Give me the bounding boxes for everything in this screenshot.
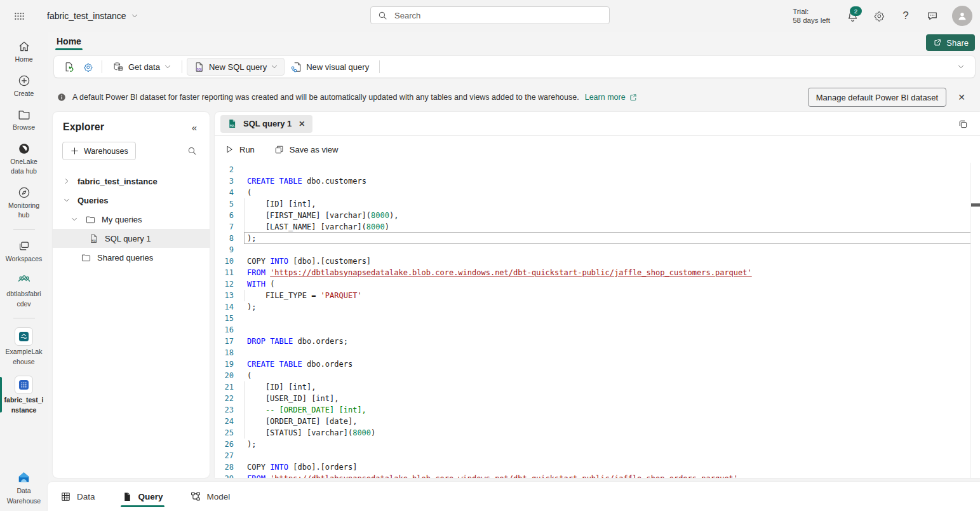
data-view-icon	[60, 491, 71, 502]
rail-item-label: Create	[14, 90, 34, 98]
line-number: 11	[215, 267, 234, 278]
tab-sql-query-1[interactable]: SQL SQL query 1 ✕	[220, 115, 312, 133]
rail-item-browse[interactable]: Browse	[0, 107, 48, 132]
new-visual-query-button[interactable]: New visual query	[285, 58, 375, 75]
code-text: [LAST_NAME] [varchar](8000)	[234, 221, 389, 233]
toolbar-divider	[379, 60, 380, 73]
rail-item-examplelakehouse[interactable]: ExampleLakehouse	[0, 327, 48, 365]
avatar[interactable]	[952, 6, 972, 26]
rail-item-workspaces[interactable]: Workspaces	[0, 239, 48, 263]
rail-item-data-warehouse[interactable]: DataWarehouse	[0, 469, 48, 505]
code-line-19: 19CREATE TABLE dbo.orders	[215, 358, 980, 370]
chevron-down-icon[interactable]	[63, 196, 70, 204]
toolbar-overflow-chevron[interactable]	[952, 58, 970, 75]
line-number: 4	[215, 187, 234, 198]
tree-item-shared-queries[interactable]: Shared queries	[53, 248, 210, 267]
person-icon	[956, 10, 969, 22]
code-line-6: 6 [FIRST_NAME] [varchar](8000),	[215, 210, 980, 221]
banner-close-button[interactable]: ✕	[952, 88, 971, 107]
tree-item-queries[interactable]: Queries	[53, 191, 210, 210]
explorer-title: Explorer	[63, 121, 188, 133]
sql-document-icon: SQL	[193, 61, 205, 73]
code-line-27: 27	[215, 450, 980, 461]
view-tab-query[interactable]: Query	[122, 482, 163, 511]
line-number: 24	[215, 416, 234, 427]
folder-icon	[85, 214, 96, 225]
workspace-switcher[interactable]: fabric_test_instance	[47, 11, 138, 21]
save-as-view-button[interactable]: Save as view	[274, 144, 339, 155]
code-text: COPY INTO [dbo].[customers]	[234, 256, 371, 267]
settings-button[interactable]	[868, 5, 890, 27]
close-tab-icon[interactable]: ✕	[297, 118, 306, 130]
code-text	[234, 347, 247, 358]
code-text	[234, 313, 247, 324]
code-text: FROM 'https://dbtlabsynapsedatalake.blob…	[234, 267, 752, 278]
workspaces-icon	[17, 239, 31, 253]
chevron-right-icon[interactable]	[63, 177, 70, 185]
manage-dataset-button[interactable]: Manage default Power BI dataset	[808, 88, 946, 107]
line-number: 12	[215, 278, 234, 290]
tree-item-fabric-test-instance[interactable]: fabric_test_instance	[53, 172, 210, 191]
explorer-search-button[interactable]	[183, 142, 201, 160]
code-line-5: 5 [ID] [int],	[215, 198, 980, 210]
view-tab-data[interactable]: Data	[60, 482, 95, 511]
code-line-4: 4(	[215, 187, 980, 198]
close-icon: ✕	[958, 92, 965, 102]
explorer-panel: Explorer « Warehouses fabric_test_instan…	[53, 112, 210, 478]
rail-item-monitoring-hub[interactable]: Monitoringhub	[0, 186, 48, 219]
rail-item-create[interactable]: Create	[0, 74, 48, 98]
chevron-down-icon[interactable]	[70, 215, 78, 223]
get-data-button[interactable]: Get data	[107, 58, 177, 75]
plus-icon	[70, 146, 79, 156]
line-number: 28	[215, 461, 234, 473]
refresh-doc-icon	[63, 61, 75, 73]
rail-item-label: Home	[15, 55, 32, 64]
code-line-13: 13 FILE_TYPE = 'PARQUET'	[215, 290, 980, 301]
new-sql-query-button[interactable]: SQL New SQL query	[187, 58, 285, 76]
code-text: );	[234, 439, 256, 450]
copy-button[interactable]	[955, 117, 971, 131]
tree-item-my-queries[interactable]: My queries	[53, 210, 210, 229]
feedback-button[interactable]	[922, 5, 943, 27]
notifications-button[interactable]: 2	[842, 5, 863, 27]
tab-home[interactable]: Home	[53, 32, 85, 52]
tree-item-label: SQL query 1	[105, 234, 151, 243]
rail-item-dbtlabsfabricdev[interactable]: dbtlabsfabricdev	[0, 273, 48, 308]
view-tab-label: Query	[138, 492, 163, 501]
learn-more-link[interactable]: Learn more	[585, 93, 638, 102]
explorer-tree: fabric_test_instanceQueriesMy queriesSQL…	[53, 172, 210, 267]
rail-item-onelake-data-hub[interactable]: OneLakedata hub	[0, 142, 48, 175]
code-line-12: 12WITH (	[215, 278, 980, 290]
ribbon-row: Home Share	[48, 32, 980, 53]
code-text: FILE_TYPE = 'PARQUET'	[234, 290, 362, 301]
rail-item-home[interactable]: Home	[0, 39, 48, 64]
rail-item-label: data hub	[11, 167, 37, 175]
view-tab-model[interactable]: Model	[190, 482, 231, 511]
code-line-24: 24 [ORDER_DATE] [date],	[215, 416, 980, 427]
line-number: 15	[215, 313, 234, 324]
editor-scrollbar[interactable]	[970, 163, 980, 478]
app-launcher-icon[interactable]	[5, 2, 33, 30]
tree-item-label: fabric_test_instance	[77, 177, 158, 186]
code-text: [FIRST_NAME] [varchar](8000),	[234, 210, 398, 221]
rail-divider	[13, 318, 35, 318]
help-button[interactable]: ?	[895, 5, 916, 27]
collapse-panel-icon[interactable]: «	[188, 122, 201, 133]
warehouse-settings-button[interactable]	[78, 58, 97, 75]
share-button[interactable]: Share	[926, 34, 975, 51]
run-button[interactable]: Run	[224, 144, 255, 154]
code-text: DROP TABLE dbo.orders;	[234, 336, 348, 347]
line-number: 2	[215, 164, 234, 175]
rail-item-fabric-test-instance[interactable]: fabric_test_instance	[0, 376, 48, 414]
code-line-11: 11FROM 'https://dbtlabsynapsedatalake.bl…	[215, 267, 980, 278]
add-warehouses-button[interactable]: Warehouses	[62, 142, 136, 160]
line-number: 20	[215, 370, 234, 381]
search-input[interactable]	[393, 10, 603, 21]
code-line-18: 18	[215, 347, 980, 358]
sql-code-editor[interactable]: 23CREATE TABLE dbo.customers4(5 [ID] [in…	[215, 163, 980, 478]
tree-item-sql-query-1[interactable]: SQLSQL query 1	[53, 229, 210, 248]
refresh-button[interactable]	[59, 58, 78, 75]
code-text: FROM 'https://dbtlabsynapsedatalake.blob…	[234, 473, 738, 478]
code-text: );	[234, 301, 256, 313]
model-view-icon	[190, 491, 201, 502]
